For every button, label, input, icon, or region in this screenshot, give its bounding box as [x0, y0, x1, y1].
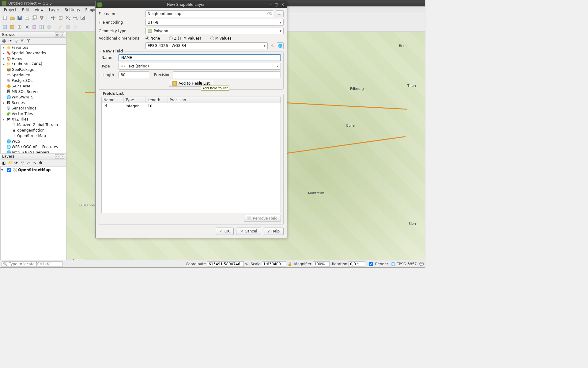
layout-manager-icon[interactable] — [31, 14, 38, 21]
zoom-full-icon[interactable] — [79, 14, 86, 21]
cancel-button[interactable]: ✕Cancel — [236, 228, 261, 235]
layers-body[interactable]: ▾ OpenStreetMap — [0, 166, 66, 260]
clear-icon[interactable]: ⌫ — [267, 12, 272, 16]
layer-item-osm[interactable]: ▾ OpenStreetMap — [1, 167, 65, 173]
magnifier-input[interactable] — [313, 261, 330, 267]
layer-expand-icon[interactable]: ▾ — [1, 168, 5, 172]
filter-icon[interactable]: ▽ — [14, 39, 19, 44]
nf-length-input[interactable]: 80 — [119, 71, 149, 78]
nf-name-input[interactable] — [119, 54, 281, 61]
layer-collapse-icon[interactable]: ⤡ — [32, 160, 37, 165]
browser-item[interactable]: 🗄MS SQL Server — [1, 89, 66, 94]
browser-item[interactable]: 🌐ArcGIS REST Servers — [1, 150, 66, 153]
add-layer-icon[interactable]: ➕ — [2, 39, 6, 44]
dialog-titlebar[interactable]: New Shapefile Layer — ▢ ✕ — [96, 1, 287, 8]
layers-close-icon[interactable]: × — [60, 154, 64, 159]
browser-item[interactable]: 🌐WCS — [1, 139, 66, 144]
expand-icon[interactable]: ▸ — [2, 45, 6, 50]
pan-icon[interactable] — [50, 14, 57, 21]
browser-item[interactable]: ▸🏠Home — [1, 56, 66, 61]
refresh-icon[interactable]: ⟳ — [8, 39, 13, 44]
browser-item[interactable]: ⊞opengeofiction — [1, 128, 66, 133]
expand-icon[interactable]: ▸ — [2, 51, 6, 55]
locator-input[interactable]: 🔍 Type to locate (Ctrl+K) — [2, 261, 63, 267]
new-print-layout-icon[interactable] — [24, 14, 30, 21]
layers-undock-icon[interactable]: ▭ — [55, 154, 59, 159]
nf-type-select[interactable]: abc Text (string) — [119, 63, 281, 70]
new-project-icon[interactable] — [2, 14, 8, 21]
menu-layer[interactable]: Layer — [47, 7, 62, 13]
browser-item[interactable]: 🧩Vector Tiles — [1, 111, 66, 117]
scale-lock-icon[interactable]: 🔒 — [288, 262, 292, 266]
rotation-input[interactable] — [349, 261, 365, 267]
browser-item[interactable]: 🗃SpatiaLite — [1, 72, 66, 78]
zoom-in-icon[interactable] — [65, 14, 71, 21]
expand-icon[interactable]: ▸ — [2, 101, 6, 105]
dim-z-radio[interactable]: Z (+ M values) — [169, 36, 201, 40]
ok-button[interactable]: ✓OK — [216, 228, 234, 235]
nf-precision-input[interactable] — [173, 71, 281, 78]
expand-icon[interactable]: ▸ — [2, 56, 6, 61]
scale-input[interactable] — [262, 261, 286, 267]
expand-icon[interactable]: ▸ — [2, 62, 6, 66]
file-name-input[interactable]: Neighborhood.shp ⌫ — [145, 10, 273, 17]
new-gps-icon[interactable] — [46, 24, 52, 30]
layer-add-group-icon[interactable]: 📁 — [8, 160, 13, 165]
browser-close-icon[interactable]: × — [60, 33, 64, 37]
browser-item[interactable]: ⊞Mapzen Global Terrain — [1, 122, 66, 128]
dim-none-radio[interactable]: None — [145, 36, 160, 40]
browser-item[interactable]: ▸📁/ (lubuntu_2404) — [1, 61, 66, 67]
remove-field-button[interactable]: Remove Field — [244, 215, 281, 222]
help-button[interactable]: ?Help — [264, 228, 284, 235]
nf-name-value[interactable] — [121, 55, 279, 60]
browser-item[interactable]: ⊞OpenStreetMap — [1, 133, 66, 139]
th-type[interactable]: Type — [124, 97, 146, 103]
menu-edit[interactable]: Edit — [20, 7, 32, 13]
layer-remove-icon[interactable]: 🗑 — [38, 160, 43, 165]
menu-project[interactable]: Project — [2, 7, 19, 13]
render-checkbox[interactable] — [369, 261, 373, 267]
crs-picker-button[interactable]: 🌐 — [277, 42, 284, 49]
new-virtual-layer-icon[interactable] — [31, 24, 38, 30]
pan-to-selection-icon[interactable] — [57, 14, 64, 21]
layer-expand-icon[interactable]: ⤢ — [26, 160, 31, 165]
browser-undock-icon[interactable]: ▭ — [55, 33, 59, 37]
style-manager-icon[interactable] — [38, 14, 45, 21]
add-feature-icon[interactable] — [72, 24, 79, 30]
menu-settings[interactable]: Settings — [62, 7, 82, 13]
browse-button[interactable]: … — [276, 10, 284, 17]
new-shapefile-icon[interactable] — [16, 24, 23, 30]
save-edits-icon[interactable] — [65, 24, 71, 30]
browser-tree[interactable]: ▸⭐Favorites▸🔖Spatial Bookmarks▸🏠Home▸📁/ … — [0, 44, 66, 153]
fields-table-row[interactable]: id Integer 10 — [102, 103, 281, 109]
new-mesh-icon[interactable] — [38, 24, 45, 30]
geometry-type-select[interactable]: Polygon — [145, 28, 284, 34]
coord-toggle-icon[interactable]: ✎ — [245, 262, 248, 266]
dim-m-radio[interactable]: M values — [210, 36, 232, 40]
messages-icon[interactable]: 💬 — [419, 262, 424, 266]
fields-table[interactable]: Name Type Length Precision id Integer 10 — [101, 97, 281, 213]
save-project-icon[interactable] — [16, 14, 23, 21]
browser-item[interactable]: ▸⭐Favorites — [1, 45, 66, 50]
browser-item[interactable]: 📦GeoPackage — [1, 67, 66, 72]
expand-icon[interactable]: ▾ — [2, 117, 6, 121]
browser-item[interactable]: 📡SensorThings — [1, 105, 66, 111]
layer-visibility-checkbox[interactable] — [7, 168, 11, 172]
browser-item[interactable]: 🐘PostgreSQL — [1, 78, 66, 83]
window-maximize-icon[interactable]: ▢ — [274, 2, 279, 7]
browser-item[interactable]: ▸🖼Scenes — [1, 100, 66, 105]
status-crs[interactable]: 🌐 EPSG:3857 — [391, 262, 417, 266]
window-minimize-icon[interactable]: — — [268, 2, 273, 7]
collapse-icon[interactable]: ⇱ — [20, 39, 25, 44]
browser-item[interactable]: 🔶SAP HANA — [1, 83, 66, 89]
layer-style-icon[interactable]: ◧ — [2, 160, 6, 165]
th-precision[interactable]: Precision — [168, 97, 281, 103]
new-spatialite-icon[interactable] — [24, 24, 30, 30]
browser-item[interactable]: 🌐WFS / OGC API - Features — [1, 144, 66, 150]
crs-select[interactable]: EPSG:4326 - WGS 84 — [145, 42, 268, 49]
th-length[interactable]: Length — [146, 97, 168, 103]
layer-filter-icon[interactable]: ▽ — [20, 160, 25, 165]
th-name[interactable]: Name — [102, 97, 124, 103]
new-geopackage-icon[interactable] — [9, 24, 16, 30]
window-close-icon[interactable]: ✕ — [281, 2, 285, 7]
